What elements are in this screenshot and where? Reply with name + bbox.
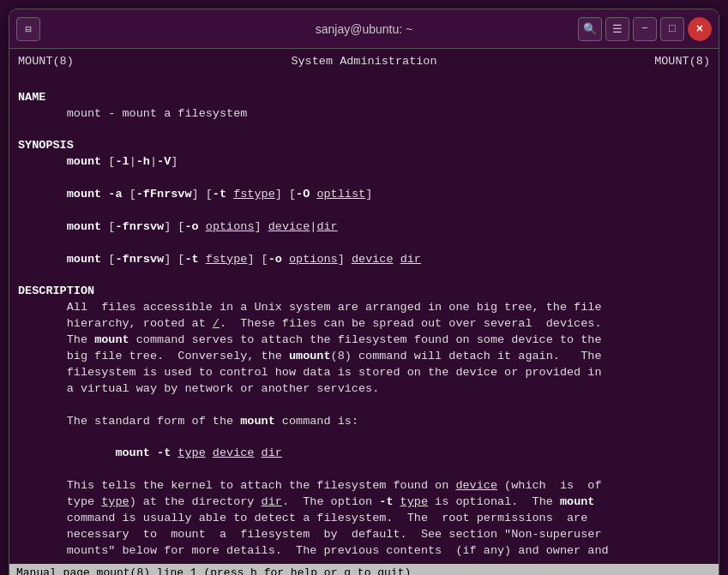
synopsis-line4: mount [-fnrsvw] [-t fstype] [-o options]… [18,252,710,268]
desc-line7: The standard form of the mount command i… [18,414,710,430]
search-button[interactable]: 🔍 [578,17,602,41]
man-header-left: MOUNT(8) [18,54,74,70]
man-blank [18,123,710,139]
man-page-content: MOUNT(8) System Administration MOUNT(8) … [9,49,719,564]
man-blank2 [18,171,710,187]
man-page-header: MOUNT(8) System Administration MOUNT(8) [18,54,710,70]
man-header-right: MOUNT(8) [654,54,710,70]
synopsis-line3: mount [-fnrsvw] [-o options] device|dir [18,219,710,236]
terminal-icon-glyph: ⊟ [25,23,31,35]
man-blank8 [18,462,710,478]
man-blank5 [18,268,710,285]
desc-line1: All files accessible in a Unix system ar… [18,300,710,316]
desc-line10: type type) at the directory dir. The opt… [18,494,710,511]
terminal-icon-button[interactable]: ⊟ [16,17,40,41]
man-line [18,74,710,90]
minimize-icon: − [641,22,648,35]
restore-button[interactable]: □ [660,17,684,41]
title-bar-left: ⊟ [16,17,40,41]
menu-icon: ☰ [612,22,623,36]
close-icon: × [696,22,703,36]
man-blank3 [18,203,710,219]
synopsis-line1: mount [-l|-h|-V] [18,154,710,171]
title-bar: ⊟ sanjay@ubuntu: ~ 🔍 ☰ − □ × [9,9,719,49]
restore-icon: □ [669,22,676,35]
status-bar-text: Manual page mount(8) line 1 (press h for… [16,566,411,575]
desc-line5: filesystem is used to control how data i… [18,365,710,381]
desc-line12: necessary to mount a filesystem by defau… [18,527,710,543]
man-blank4 [18,236,710,252]
minimize-button[interactable]: − [633,17,657,41]
desc-line8: mount -t type device dir [18,446,710,462]
man-blank6 [18,398,710,414]
desc-section-header: DESCRIPTION [18,284,710,300]
synopsis-line2: mount -a [-fFnrsvw] [-t fstype] [-O optl… [18,187,710,203]
man-blank7 [18,429,710,446]
desc-line9: This tells the kernel to attach the file… [18,478,710,494]
desc-line13: mounts" below for more details. The prev… [18,543,710,560]
name-content: mount - mount a filesystem [18,106,710,123]
desc-line6: a virtual way by network or another serv… [18,381,710,398]
desc-line3: The mount command serves to attach the f… [18,332,710,349]
terminal-body: MOUNT(8) System Administration MOUNT(8) … [9,49,719,575]
menu-button[interactable]: ☰ [605,17,629,41]
name-section-header: NAME [18,90,710,106]
man-header-center: System Administration [291,54,436,70]
status-bar: Manual page mount(8) line 1 (press h for… [9,564,719,575]
desc-line2: hierarchy, rooted at /. These files can … [18,316,710,332]
window-title: sanjay@ubuntu: ~ [316,22,412,36]
terminal-window: ⊟ sanjay@ubuntu: ~ 🔍 ☰ − □ × [9,9,719,575]
search-icon: 🔍 [583,22,597,36]
desc-line4: big file tree. Conversely, the umount(8)… [18,349,710,365]
desc-line11: command is usually able to detect a file… [18,511,710,527]
title-bar-controls: 🔍 ☰ − □ × [578,17,712,41]
synopsis-section-header: SYNOPSIS [18,138,710,154]
close-button[interactable]: × [688,17,712,41]
